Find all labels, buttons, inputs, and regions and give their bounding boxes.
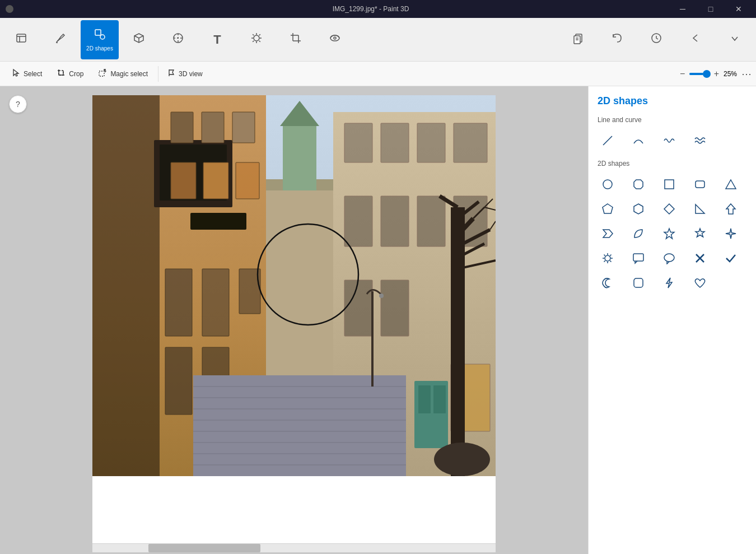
shape-squiggle[interactable] xyxy=(690,131,710,151)
shape-octagon[interactable] xyxy=(628,174,648,194)
shape-heart[interactable] xyxy=(690,273,710,293)
shape-crescent[interactable] xyxy=(598,273,618,293)
svg-point-4 xyxy=(100,35,105,39)
effects-icon xyxy=(250,32,263,47)
shape-line[interactable] xyxy=(598,131,618,151)
shape-arc[interactable] xyxy=(628,131,648,151)
svg-rect-65 xyxy=(283,123,316,190)
toolbar-menu[interactable] xyxy=(2,20,40,59)
3d-view-btn[interactable]: 3D view xyxy=(162,66,208,81)
maximize-button[interactable]: □ xyxy=(698,0,724,18)
main-area: ? xyxy=(0,86,756,554)
shape-speech-round[interactable] xyxy=(659,248,679,268)
svg-point-115 xyxy=(664,254,674,262)
svg-marker-100 xyxy=(726,204,735,214)
zoom-out-btn[interactable]: − xyxy=(680,67,685,81)
shape-lightning[interactable] xyxy=(659,273,679,293)
shape-arrow-up[interactable] xyxy=(721,199,741,219)
2d-shapes-grid xyxy=(598,174,747,293)
svg-rect-118 xyxy=(634,278,643,287)
toolbar-crop[interactable] xyxy=(277,20,315,59)
svg-marker-102 xyxy=(664,229,674,239)
shape-hexagon[interactable] xyxy=(628,199,648,219)
toolbar-3dshapes[interactable] xyxy=(120,20,158,59)
svg-marker-97 xyxy=(634,204,643,214)
svg-rect-38 xyxy=(202,112,224,143)
toolbar-back[interactable] xyxy=(676,20,715,59)
crop-tool[interactable]: Crop xyxy=(50,65,90,82)
shape-rounded-square[interactable] xyxy=(628,273,648,293)
svg-point-89 xyxy=(379,294,384,298)
svg-rect-37 xyxy=(171,112,193,143)
shape-wave[interactable] xyxy=(659,131,679,151)
shape-chevron[interactable] xyxy=(598,224,618,244)
svg-rect-33 xyxy=(92,95,160,476)
toolbar-text[interactable]: T xyxy=(198,20,236,59)
scroll-thumb[interactable] xyxy=(148,544,260,552)
flag-icon xyxy=(167,68,176,79)
shape-pentagon[interactable] xyxy=(598,199,618,219)
history-icon xyxy=(650,32,662,47)
zoom-in-btn[interactable]: + xyxy=(714,67,719,81)
shape-diamond[interactable] xyxy=(659,199,679,219)
shape-starburst[interactable] xyxy=(598,248,618,268)
shape-right-triangle[interactable] xyxy=(690,199,710,219)
svg-marker-95 xyxy=(726,180,736,189)
line-curve-grid xyxy=(598,131,747,151)
help-button[interactable]: ? xyxy=(9,95,27,113)
crop-icon xyxy=(290,32,302,47)
toolbar-2dshapes[interactable]: 2D shapes xyxy=(81,20,119,59)
svg-marker-104 xyxy=(726,229,736,239)
zoom-slider-track[interactable] xyxy=(689,73,709,75)
svg-line-91 xyxy=(603,136,612,145)
shape-star4[interactable] xyxy=(721,224,741,244)
svg-rect-57 xyxy=(344,280,372,336)
svg-line-112 xyxy=(610,255,611,256)
shape-leaf[interactable] xyxy=(628,224,648,244)
svg-rect-29 xyxy=(59,71,63,75)
shape-check[interactable] xyxy=(721,248,741,268)
magic-select-icon xyxy=(98,68,107,79)
text-icon: T xyxy=(213,32,221,47)
toolbar-stickers[interactable] xyxy=(159,20,197,59)
toolbar-effects[interactable] xyxy=(237,20,276,59)
zoom-control: − + 25% ⋯ xyxy=(680,67,752,81)
toolbar-paste[interactable] xyxy=(559,20,597,59)
toolbar-undo[interactable] xyxy=(598,20,636,59)
svg-rect-61 xyxy=(433,385,446,413)
shape-speech-rect[interactable] xyxy=(628,248,648,268)
horizontal-scrollbar[interactable] xyxy=(92,543,496,552)
2dshapes-section-title: 2D shapes xyxy=(598,160,747,167)
svg-rect-39 xyxy=(232,112,255,143)
street-scene xyxy=(92,95,496,476)
select-tool[interactable]: Select xyxy=(4,65,49,82)
zoom-slider-thumb[interactable] xyxy=(703,70,711,78)
title-bar: IMG_1299.jpg* - Paint 3D ─ □ ✕ xyxy=(0,0,756,18)
toolbar-more[interactable] xyxy=(716,20,754,59)
svg-rect-36 xyxy=(190,213,246,230)
canvas-area[interactable]: ? xyxy=(0,86,588,554)
toolbar-history[interactable] xyxy=(637,20,675,59)
shape-circle[interactable] xyxy=(598,174,618,194)
shape-rect-outline[interactable] xyxy=(690,174,710,194)
shape-square[interactable] xyxy=(659,174,679,194)
menu-icon xyxy=(15,32,27,47)
image-canvas[interactable] xyxy=(92,95,496,476)
minimize-button[interactable]: ─ xyxy=(670,0,696,18)
2dshapes-label: 2D shapes xyxy=(86,45,113,52)
more-options-btn[interactable]: ⋯ xyxy=(741,67,752,81)
toolbar-mixed[interactable] xyxy=(316,20,354,59)
svg-rect-50 xyxy=(381,123,409,162)
shape-star5[interactable] xyxy=(659,224,679,244)
svg-line-16 xyxy=(259,34,260,35)
close-button[interactable]: ✕ xyxy=(726,0,752,18)
shape-triangle[interactable] xyxy=(721,174,741,194)
magic-select-tool[interactable]: Magic select xyxy=(91,65,155,82)
svg-rect-51 xyxy=(417,123,445,162)
shape-star6[interactable] xyxy=(690,224,710,244)
toolbar-brush[interactable] xyxy=(41,20,80,59)
back-icon xyxy=(689,32,702,47)
svg-rect-49 xyxy=(344,123,372,162)
svg-rect-76 xyxy=(451,207,465,476)
shape-x[interactable] xyxy=(690,248,710,268)
